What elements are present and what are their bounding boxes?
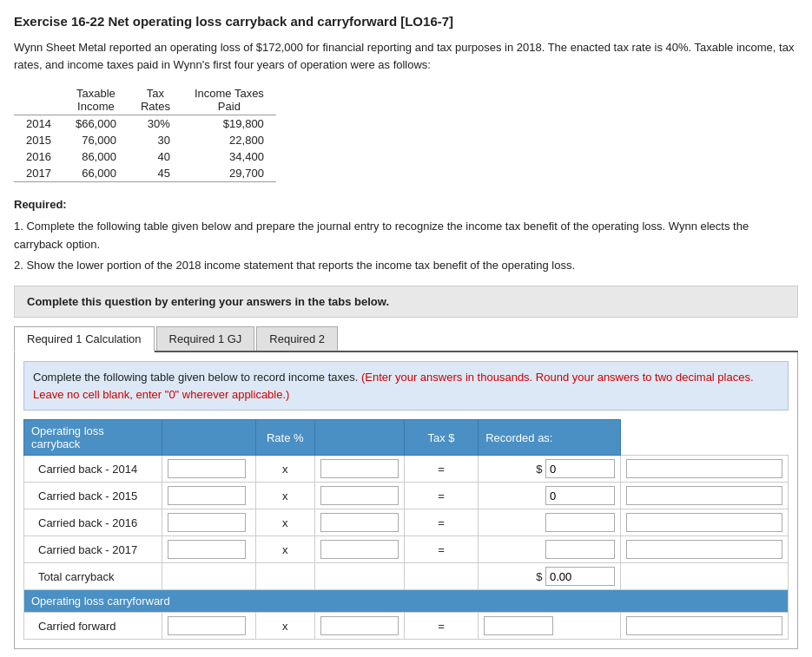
th-eq bbox=[314, 420, 404, 456]
col-year-header bbox=[14, 85, 63, 115]
col-taxable-header: TaxableIncome bbox=[63, 85, 129, 115]
carryback-tax-cell bbox=[479, 483, 621, 509]
carryback-tax-cell: $ bbox=[479, 456, 621, 483]
carryback-recorded-input[interactable] bbox=[626, 513, 782, 532]
data-row-taxes-paid: $19,800 bbox=[182, 115, 276, 133]
carryback-recorded-input[interactable] bbox=[626, 540, 782, 559]
multiply-op: x bbox=[255, 456, 314, 483]
carryback-recorded-cell bbox=[621, 509, 789, 536]
data-row-year: 2014 bbox=[14, 115, 63, 133]
carryback-row: Carried back - 2015 x = bbox=[24, 483, 789, 509]
data-row-taxes-paid: 34,400 bbox=[182, 148, 276, 165]
instruction-text: Complete the following table given below… bbox=[33, 371, 358, 384]
carryback-row: Carried back - 2014 x = $ bbox=[24, 456, 789, 483]
carryforward-recorded-input[interactable] bbox=[626, 616, 782, 635]
carryback-recorded-input[interactable] bbox=[626, 486, 782, 505]
carryforward-value-cell bbox=[162, 613, 256, 640]
data-row-year: 2015 bbox=[14, 132, 63, 148]
th-tax: Tax $ bbox=[404, 420, 478, 456]
th-recorded: Recorded as: bbox=[479, 420, 621, 456]
carryback-rate-cell bbox=[314, 536, 404, 563]
carryback-value-input[interactable] bbox=[168, 486, 246, 505]
data-row-taxable: 66,000 bbox=[63, 165, 129, 182]
data-row-taxable: 76,000 bbox=[63, 132, 129, 148]
carryback-tax-input[interactable] bbox=[545, 513, 615, 532]
required-label: Required: bbox=[14, 198, 67, 211]
total-empty3 bbox=[314, 563, 404, 590]
col-tax-rates-header: TaxRates bbox=[129, 85, 182, 115]
equals-op: = bbox=[404, 509, 478, 536]
total-tax-input[interactable] bbox=[545, 567, 615, 586]
carryforward-recorded-cell bbox=[621, 613, 789, 640]
page-title: Exercise 16-22 Net operating loss carryb… bbox=[14, 14, 798, 29]
multiply-op: x bbox=[255, 483, 314, 509]
carryback-tax-cell bbox=[479, 509, 621, 536]
data-row-taxrate: 30% bbox=[129, 115, 182, 133]
carryback-recorded-cell bbox=[621, 536, 789, 563]
carryback-recorded-cell bbox=[621, 456, 789, 483]
tab-required1-gj[interactable]: Required 1 GJ bbox=[156, 326, 255, 351]
carryback-rate-input[interactable] bbox=[320, 486, 399, 505]
th-rate: Rate % bbox=[255, 420, 314, 456]
carryforward-equals-op: = bbox=[404, 613, 478, 640]
carryforward-tax-cell bbox=[479, 613, 621, 640]
calc-table: Operating loss carryback Rate % Tax $ Re… bbox=[23, 419, 789, 640]
carryforward-row-label: Carried forward bbox=[24, 613, 162, 640]
carryback-value-input[interactable] bbox=[168, 540, 246, 559]
data-row-taxes-paid: 29,700 bbox=[182, 165, 276, 182]
carryback-rate-input[interactable] bbox=[320, 540, 399, 559]
total-empty2 bbox=[255, 563, 314, 590]
data-row-taxrate: 40 bbox=[129, 148, 182, 165]
carryback-tax-input[interactable] bbox=[545, 459, 615, 478]
carryforward-rate-cell bbox=[314, 613, 404, 640]
dollar-sign: $ bbox=[536, 463, 542, 476]
carryback-tax-input[interactable] bbox=[545, 486, 615, 505]
equals-op: = bbox=[404, 483, 478, 509]
carryback-row: Carried back - 2016 x = bbox=[24, 509, 789, 536]
total-dollar-sign: $ bbox=[536, 570, 542, 583]
carryback-recorded-input[interactable] bbox=[626, 459, 782, 478]
tab-required2[interactable]: Required 2 bbox=[256, 326, 338, 351]
data-row-taxrate: 45 bbox=[129, 165, 182, 182]
carryforward-rate-input[interactable] bbox=[320, 616, 399, 635]
carryback-rate-input[interactable] bbox=[320, 513, 399, 532]
carryforward-value-input[interactable] bbox=[168, 616, 246, 635]
data-row-taxable: 86,000 bbox=[63, 148, 129, 165]
carryback-label: Carried back - 2014 bbox=[24, 456, 162, 483]
carryback-value-cell bbox=[162, 536, 256, 563]
carryback-value-cell bbox=[162, 456, 256, 483]
instruction-box: Complete the following table given below… bbox=[23, 361, 789, 411]
multiply-op: x bbox=[255, 536, 314, 563]
carryback-rate-cell bbox=[314, 456, 404, 483]
question-box-text: Complete this question by entering your … bbox=[27, 295, 389, 308]
data-row-taxable: $66,000 bbox=[63, 115, 129, 133]
total-carryback-row: Total carryback $ bbox=[24, 563, 789, 590]
carryback-tax-cell bbox=[479, 536, 621, 563]
total-label: Total carryback bbox=[24, 563, 162, 590]
total-empty1 bbox=[162, 563, 256, 590]
carryback-tax-input[interactable] bbox=[545, 540, 615, 559]
carryback-row: Carried back - 2017 x = bbox=[24, 536, 789, 563]
multiply-op: x bbox=[255, 509, 314, 536]
carryforward-section-header: Operating loss carryforward bbox=[24, 590, 789, 613]
carryback-value-cell bbox=[162, 509, 256, 536]
th-col1: Operating loss carryback bbox=[24, 420, 162, 456]
tab-content: Complete the following table given below… bbox=[14, 352, 798, 649]
carryforward-tax-input[interactable] bbox=[484, 616, 553, 635]
data-table: TaxableIncome TaxRates Income TaxesPaid … bbox=[14, 85, 276, 182]
carryback-rate-cell bbox=[314, 509, 404, 536]
carryback-value-input[interactable] bbox=[168, 513, 246, 532]
carryback-rate-input[interactable] bbox=[320, 459, 399, 478]
data-row-taxrate: 30 bbox=[129, 132, 182, 148]
tab-required1-calc[interactable]: Required 1 Calculation bbox=[14, 326, 155, 352]
carryback-label: Carried back - 2016 bbox=[24, 509, 162, 536]
equals-op: = bbox=[404, 456, 478, 483]
intro-text: Wynn Sheet Metal reported an operating l… bbox=[14, 39, 798, 73]
carryback-label: Carried back - 2015 bbox=[24, 483, 162, 509]
data-row-year: 2016 bbox=[14, 148, 63, 165]
carryback-value-input[interactable] bbox=[168, 459, 246, 478]
tabs-row: Required 1 Calculation Required 1 GJ Req… bbox=[14, 326, 798, 352]
th-col2 bbox=[162, 420, 256, 456]
required-section: Required: 1. Complete the following tabl… bbox=[14, 196, 798, 275]
data-row-year: 2017 bbox=[14, 165, 63, 182]
